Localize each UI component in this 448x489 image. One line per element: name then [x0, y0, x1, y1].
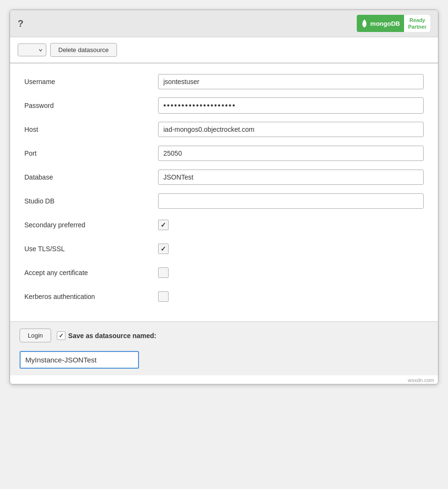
port-input[interactable] — [158, 146, 424, 161]
use-tls-label: Use TLS/SSL — [24, 245, 158, 253]
host-row: Host — [24, 121, 424, 138]
mongodb-text: mongoDB — [370, 20, 400, 27]
footer-row: Login Save as datasource named: — [20, 329, 428, 342]
delete-datasource-button[interactable]: Delete datasource — [50, 43, 117, 57]
title-bar: ? mongoDB ReadyPartner — [10, 10, 438, 37]
use-tls-checkbox[interactable] — [158, 244, 169, 254]
password-row: Password — [24, 97, 424, 114]
password-input[interactable] — [158, 97, 424, 114]
database-row: Database — [24, 169, 424, 186]
studio-db-row: Studio DB — [24, 192, 424, 210]
database-input[interactable] — [158, 170, 424, 185]
form-area: Username Password Host Port Database Stu… — [10, 64, 438, 321]
secondary-preferred-row: Secondary preferred — [24, 216, 424, 234]
use-tls-row: Use TLS/SSL — [24, 240, 424, 257]
secondary-preferred-checkbox[interactable] — [158, 220, 169, 230]
username-label: Username — [24, 78, 158, 85]
use-tls-checkbox-wrapper — [158, 244, 169, 254]
accept-cert-checkbox[interactable] — [158, 267, 169, 278]
database-label: Database — [24, 173, 158, 181]
login-button[interactable]: Login — [20, 329, 51, 342]
host-input[interactable] — [158, 122, 424, 137]
save-datasource-checkbox[interactable] — [57, 331, 65, 340]
secondary-preferred-checkbox-wrapper — [158, 220, 169, 230]
username-input[interactable] — [158, 74, 424, 89]
port-label: Port — [24, 149, 158, 157]
footer-bottom — [20, 346, 428, 369]
accept-cert-checkbox-wrapper — [158, 267, 169, 278]
datasource-name-input[interactable] — [20, 351, 139, 369]
save-label-container: Save as datasource named: — [57, 331, 156, 340]
save-datasource-label: Save as datasource named: — [68, 332, 156, 340]
kerberos-label: Kerberos authentication — [24, 293, 158, 300]
kerberos-checkbox-wrapper — [158, 291, 169, 302]
password-label: Password — [24, 102, 158, 109]
mongodb-leaf-icon — [361, 19, 368, 28]
kerberos-row: Kerberos authentication — [24, 288, 424, 305]
studio-db-label: Studio DB — [24, 197, 158, 205]
username-row: Username — [24, 73, 424, 90]
mongodb-ready-text: ReadyPartner — [404, 15, 430, 32]
mongodb-logo: mongoDB — [357, 17, 404, 30]
main-window: ? mongoDB ReadyPartner Delete datasource… — [10, 10, 438, 384]
footer-area: Login Save as datasource named: — [10, 321, 438, 375]
port-row: Port — [24, 145, 424, 162]
mongodb-badge: mongoDB ReadyPartner — [357, 15, 430, 32]
host-label: Host — [24, 126, 158, 133]
accept-cert-label: Accept any certificate — [24, 269, 158, 276]
studio-db-input[interactable] — [158, 193, 424, 209]
toolbar: Delete datasource — [10, 37, 438, 64]
kerberos-checkbox[interactable] — [158, 291, 169, 302]
question-mark: ? — [18, 18, 23, 29]
accept-cert-row: Accept any certificate — [24, 264, 424, 281]
secondary-preferred-label: Secondary preferred — [24, 221, 158, 229]
datasource-select[interactable] — [18, 43, 46, 56]
watermark: wsxdn.com — [10, 375, 438, 384]
